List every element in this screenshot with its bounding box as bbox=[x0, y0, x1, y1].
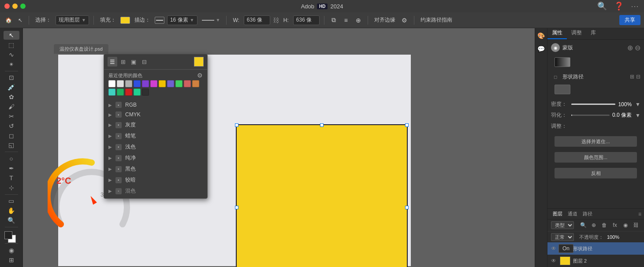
shape-import-icon[interactable]: ⊞ bbox=[630, 74, 634, 80]
shape-tool[interactable]: ▭ bbox=[4, 197, 19, 205]
color-group-light[interactable]: ▶ ▪ 浅色 bbox=[104, 141, 207, 152]
layer-filter-icon[interactable]: 🔍 bbox=[579, 221, 588, 230]
color-icon[interactable]: 🎨 bbox=[536, 31, 546, 41]
swatch-lightgray[interactable] bbox=[117, 80, 124, 87]
handle-tl[interactable] bbox=[235, 123, 238, 127]
pen-tool[interactable]: ✒ bbox=[4, 164, 19, 173]
layer-select-dropdown[interactable]: 现用图层 ▼ bbox=[56, 15, 89, 25]
view-grid-large-icon[interactable]: ⊟ bbox=[139, 57, 149, 67]
layer-type-filter[interactable]: 类型 bbox=[551, 221, 574, 229]
layers-menu-icon[interactable]: ≡ bbox=[638, 211, 641, 217]
fill-color-swatch[interactable] bbox=[120, 17, 130, 24]
swatch-mint[interactable] bbox=[134, 89, 141, 96]
color-group-crayon[interactable]: ▶ ▪ 蜡笔 bbox=[104, 130, 207, 141]
path-constrain-label[interactable]: 约束路径指南 bbox=[419, 15, 454, 25]
color-panel-settings-icon[interactable]: ⚙ bbox=[197, 72, 203, 79]
transform-icon[interactable]: ⧉ bbox=[329, 15, 339, 25]
handle-lm[interactable] bbox=[235, 206, 238, 209]
color-group-cmyk[interactable]: ▶ ▪ CMYK bbox=[104, 110, 207, 119]
mask-add-icon[interactable]: ⊕ bbox=[627, 44, 633, 52]
opacity-value[interactable]: 100% bbox=[607, 234, 619, 240]
tab-adjust[interactable]: 调整 bbox=[567, 28, 586, 39]
main-shape-rect[interactable] bbox=[236, 124, 408, 267]
layer-delete-icon[interactable]: 🗑 bbox=[600, 221, 609, 230]
layer-add-icon[interactable]: ⊕ bbox=[589, 221, 598, 230]
eraser-tool[interactable]: ◻ bbox=[4, 131, 19, 140]
crop-tool[interactable]: ⊡ bbox=[4, 73, 19, 82]
swatch-violet[interactable] bbox=[167, 80, 174, 87]
view-grid-medium-icon[interactable]: ▣ bbox=[129, 57, 138, 67]
layers-tab-layers[interactable]: 图层 bbox=[550, 211, 565, 217]
window-controls[interactable] bbox=[4, 4, 26, 9]
swatch-cyan[interactable] bbox=[108, 89, 115, 96]
select-tool[interactable]: ↖ bbox=[16, 16, 24, 24]
handle-rm[interactable] bbox=[405, 206, 409, 209]
invert-button[interactable]: 反相 bbox=[555, 168, 637, 178]
color-group-rgb[interactable]: ▶ ▪ RGB bbox=[104, 100, 207, 110]
text-tool[interactable]: T bbox=[4, 174, 19, 182]
settings-icon[interactable]: ⚙ bbox=[400, 15, 409, 25]
swatch-purple[interactable] bbox=[142, 80, 149, 87]
search-icon[interactable]: 🔍 bbox=[597, 1, 607, 11]
swatch-magenta[interactable] bbox=[150, 80, 157, 87]
layer-eye-icon-2[interactable]: 👁 bbox=[551, 258, 557, 264]
color-group-black[interactable]: ▶ ▪ 黑色 bbox=[104, 163, 207, 174]
clone-tool[interactable]: ✂ bbox=[4, 112, 19, 121]
stroke-color-indicator[interactable] bbox=[155, 17, 164, 24]
view-list-icon[interactable]: ☰ bbox=[108, 57, 117, 67]
swatch-pink[interactable] bbox=[184, 80, 191, 87]
color-range-button[interactable]: 颜色范围... bbox=[555, 152, 637, 163]
close-button[interactable] bbox=[4, 4, 10, 9]
maximize-button[interactable] bbox=[20, 4, 26, 9]
tab-attrs[interactable]: 属性 bbox=[547, 28, 567, 39]
comment-icon[interactable]: 💬 bbox=[536, 44, 546, 54]
swatch-blue[interactable] bbox=[134, 80, 141, 87]
swatch-gray[interactable] bbox=[125, 80, 132, 87]
foreground-color-swatch[interactable] bbox=[4, 231, 12, 239]
swatch-orange[interactable] bbox=[192, 80, 199, 87]
align-edges-label[interactable]: 对齐边缘 bbox=[372, 15, 397, 25]
help-icon[interactable]: ❓ bbox=[614, 1, 624, 11]
warp-icon[interactable]: ⊕ bbox=[354, 15, 363, 25]
dodge-tool[interactable]: ○ bbox=[4, 154, 19, 163]
history-brush-tool[interactable]: ↺ bbox=[4, 122, 19, 130]
layer-link-icon[interactable]: ⛓ bbox=[632, 221, 640, 230]
mask-minus-icon[interactable]: ⊖ bbox=[635, 44, 640, 52]
swatch-white[interactable] bbox=[108, 80, 115, 87]
color-group-darker[interactable]: ▶ ▪ 较暗 bbox=[104, 174, 207, 185]
swatch-yellow[interactable] bbox=[159, 80, 166, 87]
frame-tool[interactable]: ⊞ bbox=[4, 256, 19, 264]
stroke-style-picker[interactable]: ▼ bbox=[200, 17, 222, 23]
handle-tr[interactable] bbox=[405, 123, 409, 127]
more-icon[interactable]: ⋯ bbox=[631, 1, 639, 11]
zoom-tool[interactable]: 🔍 bbox=[4, 216, 19, 225]
feather-slider[interactable] bbox=[571, 115, 610, 116]
magic-wand-tool[interactable]: ✴ bbox=[4, 60, 19, 69]
layer-item-2[interactable]: 👁 图层 2 bbox=[547, 255, 644, 267]
lasso-tool[interactable]: ∿ bbox=[4, 50, 19, 59]
select-rect-tool[interactable]: ⬚ bbox=[4, 41, 19, 49]
stroke-size-dropdown[interactable]: 16 像素 ▼ bbox=[167, 15, 197, 25]
layer-fx-icon[interactable]: fx bbox=[610, 221, 619, 230]
gradient-tool[interactable]: ◱ bbox=[4, 141, 19, 150]
layers-tab-channels[interactable]: 通道 bbox=[565, 211, 580, 217]
color-group-gray[interactable]: ▶ ▪ 灰度 bbox=[104, 119, 207, 130]
align-icon[interactable]: ≡ bbox=[341, 15, 351, 25]
eyedropper-tool[interactable]: 💉 bbox=[4, 83, 19, 92]
active-color-swatch[interactable] bbox=[194, 57, 204, 67]
blend-mode-select[interactable]: 正常 bbox=[551, 233, 574, 241]
height-input[interactable]: 636 像 bbox=[293, 15, 320, 25]
swatch-green[interactable] bbox=[175, 80, 182, 87]
swatch-black[interactable] bbox=[142, 89, 149, 96]
layer-mask-icon[interactable]: ◉ bbox=[621, 221, 630, 230]
link-icon[interactable]: ⛓ bbox=[273, 17, 279, 24]
width-input[interactable]: 636 像 bbox=[244, 15, 270, 25]
mask-thumbnail[interactable] bbox=[555, 57, 570, 67]
path-select-tool[interactable]: ⊹ bbox=[4, 183, 19, 192]
tab-library[interactable]: 库 bbox=[586, 28, 600, 39]
minimize-button[interactable] bbox=[12, 4, 18, 9]
swatch-darkgreen[interactable] bbox=[117, 89, 124, 96]
share-button[interactable]: 共享 bbox=[619, 15, 640, 25]
canvas-area[interactable]: 2°C 30°C ☰ ⊞ ▣ ⊟ bbox=[23, 28, 535, 267]
handle-tm[interactable] bbox=[320, 123, 324, 127]
